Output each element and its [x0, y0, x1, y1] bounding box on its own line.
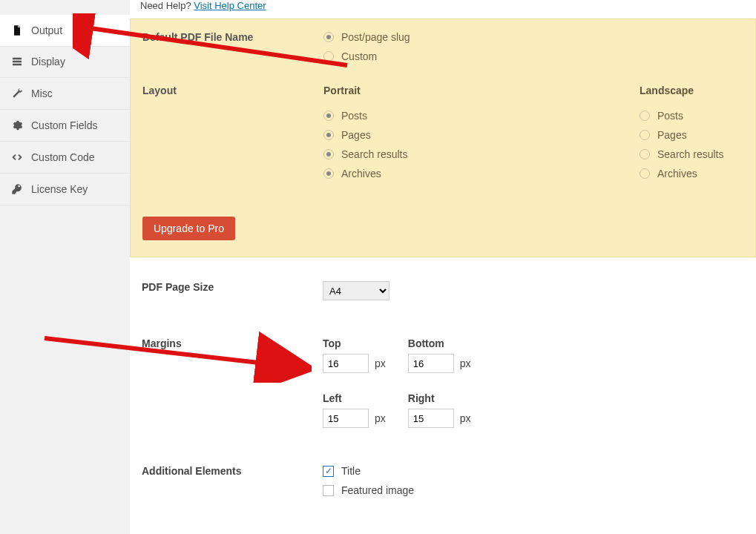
unit-label: px: [460, 412, 471, 424]
filename-options: Post/page slug Custom: [323, 31, 410, 62]
margin-left-field: Left px: [323, 392, 386, 428]
radio-icon: [640, 168, 650, 179]
option-label: Post/page slug: [341, 31, 410, 43]
page-size-select[interactable]: A4: [323, 281, 389, 300]
sidebar-item-label: Custom Code: [31, 151, 95, 163]
radio-icon: [640, 149, 650, 159]
unit-label: px: [375, 357, 386, 369]
sidebar-item-label: Output: [31, 24, 62, 36]
option-label: Pages: [341, 129, 371, 141]
sidebar-item-display[interactable]: Display: [0, 46, 130, 78]
margin-right-field: Right px: [408, 392, 471, 428]
option-label: Posts: [657, 110, 683, 122]
help-prefix: Need Help?: [140, 0, 194, 11]
option-label: Posts: [341, 110, 367, 122]
margin-name: Right: [408, 392, 471, 404]
margin-name: Bottom: [408, 337, 471, 349]
portrait-heading: Portrait: [323, 85, 640, 96]
help-line: Need Help? Visit Help Center: [130, 0, 756, 19]
layout-portrait-column: Portrait Posts Pages Search results: [323, 85, 640, 187]
code-icon: [10, 151, 24, 164]
unit-label: px: [375, 412, 386, 424]
additional-title[interactable]: Title: [323, 465, 414, 477]
help-center-link[interactable]: Visit Help Center: [194, 0, 266, 11]
unit-label: px: [460, 357, 471, 369]
margin-top-field: Top px: [323, 337, 386, 373]
radio-icon: [323, 111, 334, 121]
additional-featured-image[interactable]: Featured image: [323, 484, 414, 496]
option-label: Featured image: [341, 484, 414, 496]
margin-left-input[interactable]: [323, 409, 369, 428]
margin-bottom-input[interactable]: [408, 354, 454, 373]
layout-label: Layout: [142, 85, 323, 96]
radio-icon: [323, 149, 334, 159]
margin-top-input[interactable]: [323, 354, 369, 373]
landscape-archives[interactable]: Archives: [640, 168, 743, 179]
filename-option-custom[interactable]: Custom: [323, 50, 410, 62]
sidebar-item-custom-code[interactable]: Custom Code: [0, 142, 130, 174]
portrait-posts[interactable]: Posts: [323, 110, 640, 122]
radio-icon: [323, 130, 334, 140]
portrait-pages[interactable]: Pages: [323, 129, 640, 141]
layout-landscape-column: Landscape Posts Pages Search results: [640, 85, 743, 187]
additional-elements-label: Additional Elements: [142, 465, 323, 477]
sidebar-item-output[interactable]: Output: [0, 15, 130, 46]
landscape-pages[interactable]: Pages: [640, 129, 743, 141]
option-label: Archives: [657, 168, 697, 179]
checkbox-icon: [323, 485, 334, 496]
gear-icon: [10, 119, 24, 132]
sidebar-item-license-key[interactable]: License Key: [0, 174, 130, 205]
option-label: Search results: [657, 148, 723, 160]
page-size-label: PDF Page Size: [142, 281, 323, 293]
margin-name: Top: [323, 337, 386, 349]
sidebar-item-misc[interactable]: Misc: [0, 78, 130, 110]
portrait-search-results[interactable]: Search results: [323, 148, 640, 160]
landscape-heading: Landscape: [640, 85, 743, 96]
document-icon: [10, 24, 24, 37]
key-icon: [10, 182, 24, 196]
sidebar-item-label: Custom Fields: [31, 119, 97, 131]
filename-label: Default PDF File Name: [142, 31, 323, 43]
option-label: Title: [341, 465, 361, 477]
filename-option-slug[interactable]: Post/page slug: [323, 31, 410, 43]
margin-name: Left: [323, 392, 386, 404]
radio-icon: [323, 168, 334, 179]
margin-right-input[interactable]: [408, 409, 454, 428]
sidebar-item-label: Display: [31, 56, 65, 67]
margins-label: Margins: [142, 337, 323, 349]
radio-icon: [323, 32, 334, 42]
option-label: Custom: [341, 50, 377, 62]
option-label: Pages: [657, 129, 687, 141]
margin-bottom-field: Bottom px: [408, 337, 471, 373]
landscape-search-results[interactable]: Search results: [640, 148, 743, 160]
wrench-icon: [10, 87, 24, 100]
radio-icon: [323, 51, 334, 62]
sidebar-item-label: Misc: [31, 88, 53, 99]
radio-icon: [640, 111, 650, 121]
portrait-archives[interactable]: Archives: [323, 168, 640, 179]
option-label: Archives: [341, 168, 381, 179]
settings-sidebar: Output Display Misc Custom Fields Custom…: [0, 0, 130, 534]
checkbox-icon: [323, 466, 334, 477]
sidebar-item-label: License Key: [31, 183, 88, 195]
radio-icon: [640, 130, 650, 140]
option-label: Search results: [341, 148, 407, 160]
grid-icon: [10, 55, 24, 68]
pro-locked-panel: Default PDF File Name Post/page slug Cus…: [130, 19, 756, 257]
sidebar-item-custom-fields[interactable]: Custom Fields: [0, 110, 130, 142]
landscape-posts[interactable]: Posts: [640, 110, 743, 122]
settings-content: Need Help? Visit Help Center Default PDF…: [130, 0, 756, 534]
upgrade-to-pro-button[interactable]: Upgrade to Pro: [142, 217, 235, 240]
